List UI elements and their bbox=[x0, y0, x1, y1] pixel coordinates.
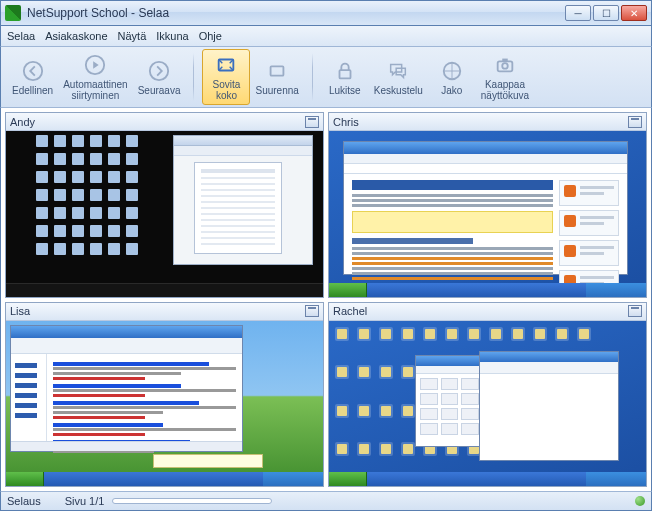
thumbnail-header: Chris bbox=[329, 113, 646, 131]
window-controls: ─ ☐ ✕ bbox=[565, 5, 647, 21]
prev-button[interactable]: Edellinen bbox=[7, 49, 58, 105]
capture-label: Kaappaa näyttökuva bbox=[481, 79, 529, 101]
enlarge-icon bbox=[265, 59, 289, 83]
next-label: Seuraava bbox=[138, 85, 181, 96]
student-name: Lisa bbox=[10, 305, 305, 317]
maximize-thumbnail-icon[interactable] bbox=[628, 116, 642, 128]
svg-rect-9 bbox=[502, 59, 508, 62]
page-indicator: Sivu 1/1 bbox=[65, 495, 105, 507]
next-button[interactable]: Seuraava bbox=[133, 49, 186, 105]
menu-nayta[interactable]: Näytä bbox=[118, 30, 147, 42]
share-button[interactable]: Jako bbox=[428, 49, 476, 105]
student-thumbnail-rachel[interactable]: Rachel bbox=[328, 302, 647, 488]
svg-point-2 bbox=[150, 61, 168, 79]
toolbar: Edellinen Automaattinen siirtyminen Seur… bbox=[0, 46, 652, 108]
tooltip bbox=[153, 454, 263, 468]
desktop-icons bbox=[36, 135, 156, 265]
fit-label: Sovita koko bbox=[213, 79, 241, 101]
play-icon bbox=[83, 53, 107, 77]
lock-icon bbox=[333, 59, 357, 83]
svg-point-8 bbox=[502, 63, 508, 68]
student-thumbnail-lisa[interactable]: Lisa bbox=[5, 302, 324, 488]
maximize-thumbnail-icon[interactable] bbox=[305, 116, 319, 128]
page-slider[interactable] bbox=[112, 498, 272, 504]
student-name: Rachel bbox=[333, 305, 628, 317]
student-name: Andy bbox=[10, 116, 305, 128]
taskbar bbox=[6, 472, 323, 486]
thumbnail-header: Andy bbox=[6, 113, 323, 131]
browser-window bbox=[343, 141, 628, 275]
student-name: Chris bbox=[333, 116, 628, 128]
window-title: NetSupport School - Selaa bbox=[27, 6, 565, 20]
arrow-left-icon bbox=[21, 59, 45, 83]
camera-icon bbox=[493, 53, 517, 77]
thumbnail-screen bbox=[329, 321, 646, 487]
browser-window bbox=[10, 325, 243, 453]
svg-rect-5 bbox=[339, 70, 350, 78]
prev-label: Edellinen bbox=[12, 85, 53, 96]
chat-button[interactable]: Keskustelu bbox=[369, 49, 428, 105]
auto-button[interactable]: Automaattinen siirtyminen bbox=[58, 49, 133, 105]
fit-button[interactable]: Sovita koko bbox=[202, 49, 250, 105]
status-mode: Selaus bbox=[7, 495, 41, 507]
thumbnail-screen bbox=[6, 321, 323, 487]
taskbar bbox=[329, 283, 646, 297]
app-icon bbox=[5, 5, 21, 21]
app-window bbox=[173, 135, 313, 265]
menu-bar: Selaa Asiakaskone Näytä Ikkuna Ohje bbox=[0, 26, 652, 46]
student-thumbnail-chris[interactable]: Chris bbox=[328, 112, 647, 298]
thumbnail-grid: Andy bbox=[0, 108, 652, 491]
share-icon bbox=[440, 59, 464, 83]
menu-ohje[interactable]: Ohje bbox=[199, 30, 222, 42]
menu-selaa[interactable]: Selaa bbox=[7, 30, 35, 42]
status-bar: Selaus Sivu 1/1 bbox=[0, 491, 652, 511]
auto-label: Automaattinen siirtyminen bbox=[63, 79, 128, 101]
lock-label: Lukitse bbox=[329, 85, 361, 96]
enlarge-button[interactable]: Suurenna bbox=[250, 49, 303, 105]
taskbar bbox=[329, 472, 646, 486]
thumbnail-screen bbox=[6, 131, 323, 297]
capture-button[interactable]: Kaappaa näyttökuva bbox=[476, 49, 534, 105]
share-label: Jako bbox=[441, 85, 462, 96]
chat-label: Keskustelu bbox=[374, 85, 423, 96]
arrow-right-icon bbox=[147, 59, 171, 83]
thumbnail-screen bbox=[329, 131, 646, 297]
menu-ikkuna[interactable]: Ikkuna bbox=[156, 30, 188, 42]
menu-asiakaskone[interactable]: Asiakaskone bbox=[45, 30, 107, 42]
taskbar bbox=[6, 283, 323, 297]
pager: Sivu 1/1 bbox=[65, 495, 273, 507]
maximize-thumbnail-icon[interactable] bbox=[628, 305, 642, 317]
maximize-button[interactable]: ☐ bbox=[593, 5, 619, 21]
app-window bbox=[479, 351, 619, 461]
minimize-button[interactable]: ─ bbox=[565, 5, 591, 21]
thumbnail-header: Lisa bbox=[6, 303, 323, 321]
lock-button[interactable]: Lukitse bbox=[321, 49, 369, 105]
enlarge-label: Suurenna bbox=[255, 85, 298, 96]
maximize-thumbnail-icon[interactable] bbox=[305, 305, 319, 317]
status-indicator-icon bbox=[635, 496, 645, 506]
title-bar: NetSupport School - Selaa ─ ☐ ✕ bbox=[0, 0, 652, 26]
svg-point-0 bbox=[23, 61, 41, 79]
thumbnail-header: Rachel bbox=[329, 303, 646, 321]
chat-icon bbox=[386, 59, 410, 83]
student-thumbnail-andy[interactable]: Andy bbox=[5, 112, 324, 298]
close-button[interactable]: ✕ bbox=[621, 5, 647, 21]
svg-rect-4 bbox=[271, 66, 284, 75]
fit-screen-icon bbox=[214, 53, 238, 77]
